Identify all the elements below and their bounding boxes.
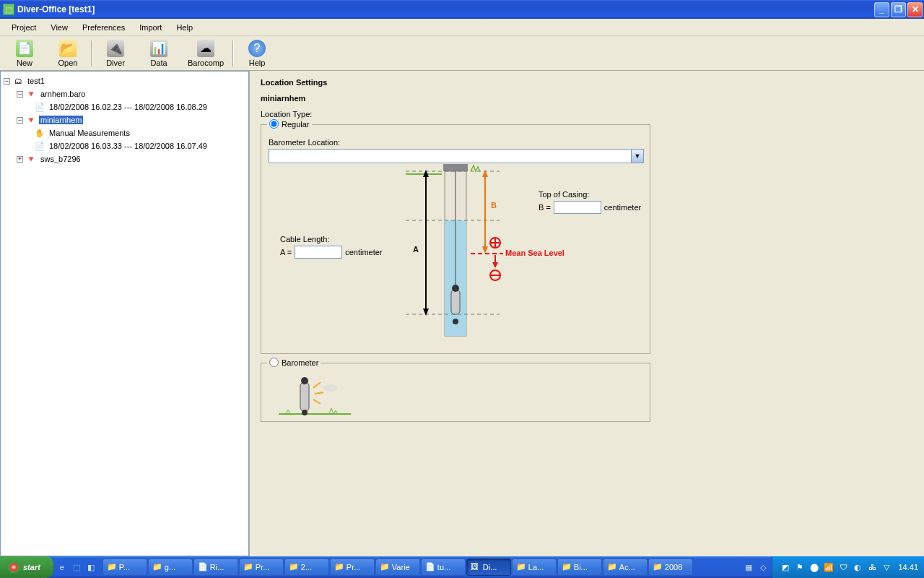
tray-icon[interactable]: 🖧: [866, 561, 878, 573]
menubar: Project View Preferences Import Help: [0, 19, 924, 36]
svg-point-22: [452, 285, 459, 292]
new-icon: 📄: [16, 40, 33, 57]
location-icon: 🔻: [25, 88, 37, 100]
menu-project[interactable]: Project: [4, 21, 43, 34]
tray-icon[interactable]: 🛡: [837, 561, 849, 573]
barometer-radio[interactable]: [269, 358, 279, 367]
collapse-icon[interactable]: −: [17, 91, 23, 98]
tray-extra-icon[interactable]: ◇: [757, 561, 770, 574]
taskbar-item[interactable]: 📁P...: [103, 558, 147, 576]
page-title: Location Settings: [261, 78, 915, 87]
tree-root-label: test1: [26, 77, 46, 85]
taskbar-item-label: Ri...: [210, 563, 225, 571]
svg-marker-12: [482, 246, 488, 254]
tray-icon[interactable]: ⚑: [794, 561, 806, 573]
taskbar-item-icon: 📁: [516, 562, 526, 572]
desktop-icon[interactable]: ⬚: [70, 561, 83, 574]
taskbar-item[interactable]: 📁2...: [284, 558, 329, 576]
svg-point-23: [453, 319, 458, 324]
taskbar-clock[interactable]: 14.41: [898, 563, 918, 571]
toolbar-data-label: Data: [150, 59, 167, 67]
tree-node-arnhem[interactable]: − 🔻 arnhem.baro: [1, 87, 248, 100]
tree-node-manual[interactable]: ✋ Manual Measurements: [1, 126, 248, 139]
tray-extra-icon[interactable]: ▦: [742, 561, 755, 574]
tray-icon[interactable]: ◐: [852, 561, 863, 573]
start-button[interactable]: start: [0, 556, 53, 578]
diagram-a-label: A: [413, 245, 419, 254]
cable-length-input[interactable]: [295, 246, 342, 259]
regular-groupbox: Regular Barometer Location: ▼ Cable Leng…: [261, 124, 650, 354]
taskbar-item[interactable]: 📁Bi...: [557, 558, 602, 576]
data-icon: 📊: [150, 40, 167, 57]
regular-radio-label: Regular: [282, 120, 310, 129]
barometer-groupbox: Barometer: [261, 363, 650, 422]
svg-marker-18: [492, 262, 498, 268]
regular-radio[interactable]: [269, 119, 279, 129]
diver-icon: 🔌: [107, 40, 124, 57]
open-icon: 📂: [59, 40, 77, 57]
taskbar-item-label: Varie: [392, 563, 410, 571]
data-icon: 📄: [34, 140, 45, 152]
toolbar-open-label: Open: [58, 59, 78, 67]
regular-radio-row[interactable]: Regular: [267, 119, 312, 129]
menu-preferences[interactable]: Preferences: [75, 21, 132, 34]
taskbar-item-label: Pr...: [256, 563, 270, 571]
ie-icon[interactable]: е: [56, 561, 69, 574]
tree-node-sws[interactable]: + 🔻 sws_b7296: [1, 152, 248, 165]
taskbar-item-label: Bi...: [574, 563, 588, 571]
app-icon[interactable]: ◧: [84, 561, 97, 574]
collapse-icon[interactable]: −: [17, 117, 23, 124]
close-button[interactable]: ✕: [907, 2, 923, 17]
taskbar-item[interactable]: 📁Pr...: [330, 558, 375, 576]
taskbar-item[interactable]: 📁g...: [148, 558, 193, 576]
barometer-radio-row[interactable]: Barometer: [267, 358, 321, 367]
taskbar-item[interactable]: 📁2008: [648, 558, 693, 576]
menu-view[interactable]: View: [43, 21, 75, 34]
window-title: Diver-Office [test1]: [17, 4, 874, 14]
toolbar-open[interactable]: 📂 Open: [46, 38, 90, 69]
tray-icon[interactable]: ⬤: [808, 561, 820, 573]
tree-panel[interactable]: − 🗂 test1 − 🔻 arnhem.baro 📄 18/02/2008 1…: [0, 71, 249, 556]
toolbar-barocomp-label: Barocomp: [188, 59, 224, 67]
menu-help[interactable]: Help: [169, 21, 200, 34]
tree-root[interactable]: − 🗂 test1: [1, 74, 248, 87]
taskbar-item[interactable]: 📁La...: [512, 558, 557, 576]
taskbar-item[interactable]: 🖼Di...: [466, 558, 511, 576]
system-tray: ◩ ⚑ ⬤ 📶 🛡 ◐ 🖧 ▽ 14.41: [772, 556, 924, 578]
taskbar-item[interactable]: 📁Pr...: [239, 558, 284, 576]
toolbar-data[interactable]: 📊 Data: [137, 38, 180, 69]
taskbar-item[interactable]: 📄Ri...: [193, 558, 238, 576]
toolbar-new[interactable]: 📄 New: [3, 38, 46, 69]
tree-node-arnhem-data[interactable]: 📄 18/02/2008 16.02.23 --- 18/02/2008 16.…: [1, 100, 248, 113]
taskbar-item-icon: 📁: [289, 562, 299, 572]
tray-icon[interactable]: ◩: [780, 561, 791, 573]
main: − 🗂 test1 − 🔻 arnhem.baro 📄 18/02/2008 1…: [0, 71, 924, 556]
mean-sea-level-label: Mean Sea Level: [505, 249, 565, 257]
tray-icon[interactable]: 📶: [823, 561, 834, 573]
collapse-icon[interactable]: −: [4, 78, 10, 85]
tree-node-miniarnhem[interactable]: − 🔻 miniarnhem: [1, 113, 248, 126]
taskbar-item[interactable]: 📄tu...: [421, 558, 466, 576]
tree-node-miniarnhem-data[interactable]: 📄 18/02/2008 16.03.33 --- 18/02/2008 16.…: [1, 139, 248, 152]
maximize-button[interactable]: ❐: [891, 2, 906, 17]
svg-rect-1: [443, 164, 468, 171]
taskbar-item[interactable]: 📁Ac...: [603, 558, 648, 576]
minimize-button[interactable]: _: [874, 2, 889, 17]
toolbar-separator: [232, 40, 234, 66]
tree-node-label: sws_b7296: [39, 155, 82, 163]
data-icon: 📄: [34, 101, 45, 113]
tray-icon[interactable]: ▽: [881, 561, 892, 573]
toolbar-help[interactable]: ? Help: [235, 38, 279, 69]
content-panel: Location Settings miniarnhem Location Ty…: [252, 71, 924, 556]
taskbar-item[interactable]: 📁Varie: [375, 558, 420, 576]
svg-rect-26: [300, 382, 309, 411]
help-icon: ?: [248, 40, 266, 57]
menu-import[interactable]: Import: [132, 21, 169, 34]
taskbar-item-label: Ac...: [619, 563, 635, 571]
location-type-label: Location Type:: [261, 110, 915, 118]
toolbar-diver[interactable]: 🔌 Diver: [94, 38, 137, 69]
toolbar-barocomp[interactable]: ☁ Barocomp: [180, 38, 231, 69]
expand-icon[interactable]: +: [17, 156, 23, 163]
tree-node-label: Manual Measurements: [48, 129, 131, 137]
taskbar-item-icon: 📄: [198, 562, 208, 572]
